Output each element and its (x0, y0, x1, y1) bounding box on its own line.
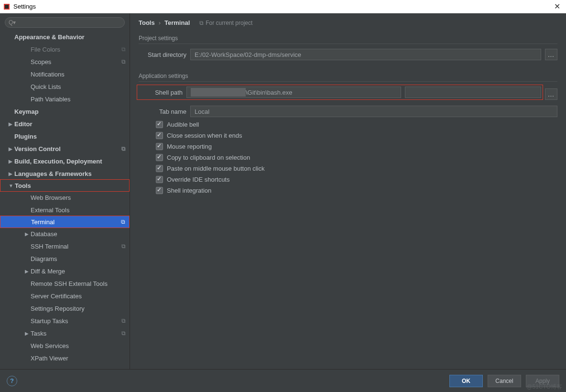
checkbox-input[interactable] (156, 121, 163, 128)
project-scope-icon: ⧉ (121, 218, 125, 225)
sidebar-item-diff-merge[interactable]: ▶Diff & Merge (0, 265, 130, 277)
sidebar-item-languages-frameworks[interactable]: ▶Languages & Frameworks (0, 167, 130, 180)
tree-arrow-icon: ▼ (8, 183, 14, 188)
sidebar-item-label: Diagrams (31, 255, 124, 262)
checkbox-input[interactable] (156, 187, 163, 194)
tree-arrow-icon: ▶ (8, 121, 13, 127)
sidebar-item-label: XPath Viewer (31, 355, 124, 362)
settings-tree[interactable]: Appearance & BehaviorFile Colors⧉Scopes⧉… (0, 31, 130, 369)
sidebar-item-label: Build, Execution, Deployment (14, 158, 124, 165)
sidebar-item-external-tools[interactable]: External Tools (0, 204, 130, 216)
sidebar-item-remote-ssh-external-tools[interactable]: Remote SSH External Tools (0, 277, 130, 290)
sidebar-item-label: SSH Terminal (31, 243, 120, 250)
sidebar-item-tools[interactable]: ▼Tools (0, 179, 130, 192)
sidebar-item-path-variables[interactable]: Path Variables (0, 93, 130, 105)
sidebar-item-label: External Tools (31, 207, 124, 214)
shell-path-input-tail[interactable] (405, 87, 541, 98)
sidebar-item-label: Startup Tasks (31, 317, 120, 325)
breadcrumb: Tools › Terminal ⧉ For current project (139, 19, 557, 26)
sidebar-item-label: Path Variables (31, 96, 124, 103)
sidebar-item-diagrams[interactable]: Diagrams (0, 252, 130, 265)
checkbox-input[interactable] (156, 143, 163, 150)
sidebar-item-terminal[interactable]: Terminal⧉ (0, 216, 130, 228)
cancel-button[interactable]: Cancel (488, 375, 521, 387)
checkbox-shell-integration[interactable]: Shell integration (156, 187, 557, 194)
checkbox-label: Audible bell (167, 121, 199, 128)
close-icon[interactable]: ✕ (551, 2, 563, 11)
help-button[interactable]: ? (7, 376, 17, 386)
sidebar-item-label: Terminal (31, 218, 119, 226)
sidebar-item-version-control[interactable]: ▶Version Control⧉ (0, 142, 130, 155)
checkbox-input[interactable] (156, 132, 163, 139)
checkbox-override-ide-shortcuts[interactable]: Override IDE shortcuts (156, 176, 557, 183)
sidebar-item-quick-lists[interactable]: Quick Lists (0, 80, 130, 93)
project-scope-icon: ⧉ (121, 58, 126, 65)
breadcrumb-sep: › (159, 19, 161, 26)
app-icon (3, 3, 11, 11)
search-input[interactable] (5, 17, 125, 28)
sidebar-item-label: Editor (14, 120, 124, 128)
checkbox-input[interactable] (156, 165, 163, 172)
browse-shell-path-button[interactable]: … (545, 88, 557, 100)
browse-start-directory-button[interactable]: … (545, 49, 557, 60)
tree-arrow-icon: ▶ (24, 331, 30, 336)
detail-panel: Tools › Terminal ⧉ For current project P… (130, 13, 566, 369)
checkbox-copy-to-clipboard-on-selection[interactable]: Copy to clipboard on selection (156, 154, 557, 161)
checkbox-label: Mouse reporting (167, 143, 212, 150)
checkbox-paste-on-middle-mouse-button-click[interactable]: Paste on middle mouse button click (156, 165, 557, 172)
sidebar-item-editor[interactable]: ▶Editor (0, 118, 130, 130)
shell-path-label: Shell path (139, 89, 183, 96)
sidebar-item-label: Scopes (31, 58, 120, 65)
checkbox-label: Close session when it ends (167, 132, 242, 139)
titlebar: Settings ✕ (0, 0, 566, 13)
sidebar: Q▾ Appearance & BehaviorFile Colors⧉Scop… (0, 13, 130, 369)
shell-path-input[interactable]: \Git\bin\bash.exe (186, 87, 401, 98)
sidebar-item-label: Diff & Merge (31, 268, 124, 275)
for-current-project-label: ⧉ For current project (199, 20, 252, 26)
apply-button[interactable]: Apply (526, 375, 559, 387)
sidebar-item-web-browsers[interactable]: Web Browsers (0, 191, 130, 204)
tree-arrow-icon: ▶ (24, 231, 30, 237)
start-directory-input[interactable] (190, 49, 541, 60)
sidebar-item-label: Web Services (31, 342, 124, 349)
sidebar-item-ssh-terminal[interactable]: SSH Terminal⧉ (0, 240, 130, 252)
sidebar-item-label: Plugins (14, 133, 124, 140)
checkbox-mouse-reporting[interactable]: Mouse reporting (156, 143, 557, 150)
shell-path-suffix: \Git\bin\bash.exe (246, 89, 293, 96)
sidebar-item-appearance-behavior[interactable]: Appearance & Behavior (0, 31, 130, 43)
sidebar-item-file-colors[interactable]: File Colors⧉ (0, 43, 130, 55)
sidebar-item-label: Languages & Frameworks (14, 170, 124, 177)
dialog-footer: ? OK Cancel Apply @51CTO博客 (0, 369, 566, 392)
tree-arrow-icon: ▶ (24, 269, 30, 274)
sidebar-item-label: Tools (15, 182, 123, 189)
sidebar-item-web-services[interactable]: Web Services (0, 339, 130, 352)
checkbox-label: Paste on middle mouse button click (167, 165, 265, 172)
sidebar-item-xpath-viewer[interactable]: XPath Viewer (0, 352, 130, 364)
sidebar-item-label: Web Browsers (31, 194, 124, 201)
sidebar-item-notifications[interactable]: Notifications (0, 68, 130, 80)
sidebar-item-server-certificates[interactable]: Server Certificates (0, 290, 130, 302)
tree-arrow-icon: ▶ (8, 171, 13, 176)
for-project-text: For current project (206, 20, 252, 26)
sidebar-item-scopes[interactable]: Scopes⧉ (0, 55, 130, 68)
breadcrumb-root: Tools (139, 19, 155, 26)
sidebar-item-label: Keymap (14, 108, 124, 115)
checkbox-input[interactable] (156, 176, 163, 183)
sidebar-item-build-execution-deployment[interactable]: ▶Build, Execution, Deployment (0, 155, 130, 167)
sidebar-item-label: Remote SSH External Tools (31, 280, 124, 287)
sidebar-item-startup-tasks[interactable]: Startup Tasks⧉ (0, 315, 130, 327)
sidebar-item-keymap[interactable]: Keymap (0, 105, 130, 118)
checkbox-close-session-when-it-ends[interactable]: Close session when it ends (156, 132, 557, 139)
sidebar-item-tasks[interactable]: ▶Tasks⧉ (0, 327, 130, 339)
sidebar-item-label: Version Control (14, 145, 120, 152)
sidebar-item-settings-repository[interactable]: Settings Repository (0, 302, 130, 315)
ok-button[interactable]: OK (449, 375, 483, 387)
sidebar-item-plugins[interactable]: Plugins (0, 130, 130, 142)
checkbox-input[interactable] (156, 154, 163, 161)
project-scope-icon: ⧉ (121, 317, 126, 324)
checkbox-audible-bell[interactable]: Audible bell (156, 121, 557, 128)
sidebar-item-database[interactable]: ▶Database (0, 228, 130, 240)
shell-path-redacted (191, 88, 246, 97)
section-project-settings: Project settings (139, 35, 557, 44)
tab-name-input[interactable] (190, 106, 557, 117)
